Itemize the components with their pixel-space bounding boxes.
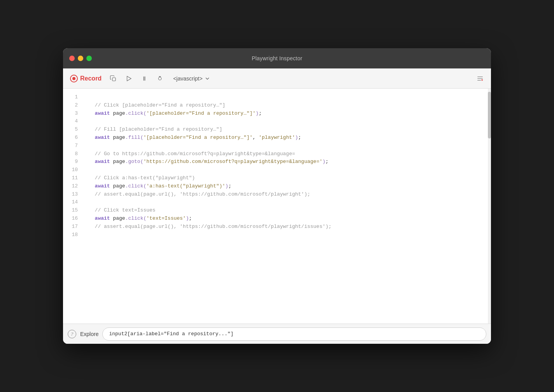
pause-button[interactable] bbox=[138, 72, 151, 85]
code-editor[interactable]: // Click [placeholder="Find a repository… bbox=[82, 89, 488, 324]
scrollbar-thumb[interactable] bbox=[488, 92, 491, 138]
line-numbers: 1 2 3 4 5 6 7 8 9 10 11 12 13 14 15 16 1… bbox=[63, 89, 82, 324]
record-button[interactable]: Record bbox=[68, 73, 104, 84]
line-num-14: 14 bbox=[63, 198, 82, 206]
chevron-down-icon bbox=[205, 76, 210, 81]
bottom-bar: ? Explore bbox=[63, 324, 491, 344]
line-num-6: 6 bbox=[63, 134, 82, 142]
line-num-2: 2 bbox=[63, 102, 82, 110]
language-selector[interactable]: <javascript> bbox=[169, 74, 213, 83]
record-icon bbox=[70, 75, 78, 82]
clear-button[interactable] bbox=[474, 72, 486, 85]
step-icon bbox=[156, 75, 163, 82]
explore-input[interactable] bbox=[102, 327, 486, 341]
line-num-9: 9 bbox=[63, 158, 82, 166]
line-num-1: 1 bbox=[63, 93, 82, 102]
explore-help-icon[interactable]: ? bbox=[68, 330, 76, 338]
line-num-3: 3 bbox=[63, 110, 82, 118]
record-icon-dot bbox=[72, 77, 75, 80]
run-icon bbox=[125, 75, 132, 82]
line-num-15: 15 bbox=[63, 206, 82, 215]
line-num-18: 18 bbox=[63, 231, 82, 239]
svg-marker-1 bbox=[127, 76, 131, 81]
titlebar: Playwright Inspector bbox=[63, 48, 491, 68]
line-num-16: 16 bbox=[63, 215, 82, 223]
line-num-7: 7 bbox=[63, 142, 82, 150]
language-value: <javascript> bbox=[173, 75, 202, 82]
line-num-17: 17 bbox=[63, 223, 82, 231]
record-label: Record bbox=[80, 75, 102, 82]
help-icon-label: ? bbox=[71, 331, 74, 337]
line-num-8: 8 bbox=[63, 150, 82, 158]
line-num-4: 4 bbox=[63, 117, 82, 126]
editor-area: 1 2 3 4 5 6 7 8 9 10 11 12 13 14 15 16 1… bbox=[63, 89, 491, 324]
minimize-button[interactable] bbox=[78, 56, 83, 61]
traffic-lights bbox=[69, 56, 92, 61]
line-num-13: 13 bbox=[63, 191, 82, 199]
line-num-12: 12 bbox=[63, 182, 82, 191]
copy-icon bbox=[110, 75, 117, 82]
scrollbar-track[interactable] bbox=[488, 89, 491, 324]
run-button[interactable] bbox=[123, 72, 135, 85]
step-button[interactable] bbox=[154, 72, 166, 85]
window-title: Playwright Inspector bbox=[252, 55, 302, 61]
playwright-inspector-window: Playwright Inspector Record bbox=[63, 48, 491, 344]
maximize-button[interactable] bbox=[86, 56, 92, 61]
copy-button[interactable] bbox=[107, 72, 119, 85]
toolbar: Record <javascript> bbox=[63, 68, 491, 89]
line-num-10: 10 bbox=[63, 166, 82, 174]
svg-rect-0 bbox=[112, 77, 116, 80]
explore-label: Explore bbox=[80, 331, 98, 337]
close-button[interactable] bbox=[69, 56, 75, 61]
pause-icon bbox=[141, 75, 148, 82]
clear-icon bbox=[477, 75, 484, 82]
line-num-11: 11 bbox=[63, 174, 82, 182]
line-num-5: 5 bbox=[63, 126, 82, 134]
